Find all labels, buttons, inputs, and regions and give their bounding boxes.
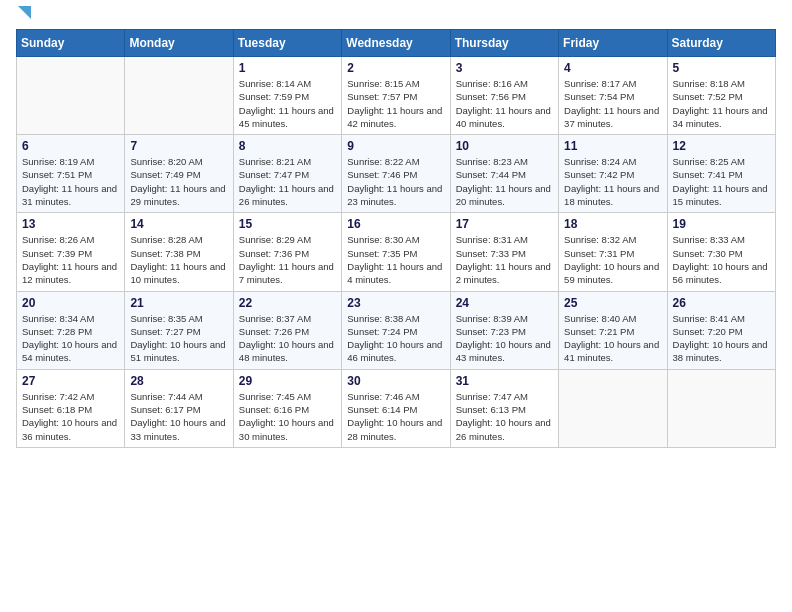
day-number: 11 [564,139,661,153]
day-info: Sunrise: 8:20 AM Sunset: 7:49 PM Dayligh… [130,155,227,208]
calendar-cell: 7Sunrise: 8:20 AM Sunset: 7:49 PM Daylig… [125,135,233,213]
day-info: Sunrise: 7:42 AM Sunset: 6:18 PM Dayligh… [22,390,119,443]
calendar-cell: 17Sunrise: 8:31 AM Sunset: 7:33 PM Dayli… [450,213,558,291]
day-number: 2 [347,61,444,75]
day-info: Sunrise: 8:41 AM Sunset: 7:20 PM Dayligh… [673,312,770,365]
day-info: Sunrise: 8:23 AM Sunset: 7:44 PM Dayligh… [456,155,553,208]
calendar-cell: 18Sunrise: 8:32 AM Sunset: 7:31 PM Dayli… [559,213,667,291]
day-number: 13 [22,217,119,231]
day-info: Sunrise: 8:14 AM Sunset: 7:59 PM Dayligh… [239,77,336,130]
day-number: 5 [673,61,770,75]
day-number: 27 [22,374,119,388]
calendar-cell: 22Sunrise: 8:37 AM Sunset: 7:26 PM Dayli… [233,291,341,369]
day-info: Sunrise: 8:33 AM Sunset: 7:30 PM Dayligh… [673,233,770,286]
calendar-cell: 26Sunrise: 8:41 AM Sunset: 7:20 PM Dayli… [667,291,775,369]
weekday-header-monday: Monday [125,30,233,57]
day-number: 23 [347,296,444,310]
day-info: Sunrise: 8:17 AM Sunset: 7:54 PM Dayligh… [564,77,661,130]
day-number: 3 [456,61,553,75]
day-info: Sunrise: 8:39 AM Sunset: 7:23 PM Dayligh… [456,312,553,365]
calendar-cell: 30Sunrise: 7:46 AM Sunset: 6:14 PM Dayli… [342,369,450,447]
day-number: 15 [239,217,336,231]
calendar-cell: 23Sunrise: 8:38 AM Sunset: 7:24 PM Dayli… [342,291,450,369]
day-number: 22 [239,296,336,310]
day-number: 6 [22,139,119,153]
calendar-cell: 28Sunrise: 7:44 AM Sunset: 6:17 PM Dayli… [125,369,233,447]
day-info: Sunrise: 8:37 AM Sunset: 7:26 PM Dayligh… [239,312,336,365]
calendar-cell: 1Sunrise: 8:14 AM Sunset: 7:59 PM Daylig… [233,57,341,135]
calendar-cell: 14Sunrise: 8:28 AM Sunset: 7:38 PM Dayli… [125,213,233,291]
weekday-header-friday: Friday [559,30,667,57]
logo [16,16,31,19]
calendar-cell [125,57,233,135]
calendar-cell: 4Sunrise: 8:17 AM Sunset: 7:54 PM Daylig… [559,57,667,135]
weekday-header-saturday: Saturday [667,30,775,57]
day-info: Sunrise: 8:34 AM Sunset: 7:28 PM Dayligh… [22,312,119,365]
weekday-header-sunday: Sunday [17,30,125,57]
calendar-table: SundayMondayTuesdayWednesdayThursdayFrid… [16,29,776,448]
day-number: 31 [456,374,553,388]
calendar-cell: 11Sunrise: 8:24 AM Sunset: 7:42 PM Dayli… [559,135,667,213]
calendar-cell: 29Sunrise: 7:45 AM Sunset: 6:16 PM Dayli… [233,369,341,447]
calendar-cell: 31Sunrise: 7:47 AM Sunset: 6:13 PM Dayli… [450,369,558,447]
day-number: 28 [130,374,227,388]
day-number: 4 [564,61,661,75]
day-number: 17 [456,217,553,231]
day-number: 24 [456,296,553,310]
calendar-cell: 10Sunrise: 8:23 AM Sunset: 7:44 PM Dayli… [450,135,558,213]
day-number: 19 [673,217,770,231]
day-info: Sunrise: 8:32 AM Sunset: 7:31 PM Dayligh… [564,233,661,286]
calendar-cell: 16Sunrise: 8:30 AM Sunset: 7:35 PM Dayli… [342,213,450,291]
day-info: Sunrise: 7:47 AM Sunset: 6:13 PM Dayligh… [456,390,553,443]
calendar-cell: 12Sunrise: 8:25 AM Sunset: 7:41 PM Dayli… [667,135,775,213]
day-number: 26 [673,296,770,310]
day-info: Sunrise: 7:45 AM Sunset: 6:16 PM Dayligh… [239,390,336,443]
calendar-cell: 6Sunrise: 8:19 AM Sunset: 7:51 PM Daylig… [17,135,125,213]
day-info: Sunrise: 8:16 AM Sunset: 7:56 PM Dayligh… [456,77,553,130]
day-info: Sunrise: 8:24 AM Sunset: 7:42 PM Dayligh… [564,155,661,208]
weekday-header-wednesday: Wednesday [342,30,450,57]
day-info: Sunrise: 8:25 AM Sunset: 7:41 PM Dayligh… [673,155,770,208]
calendar-cell: 27Sunrise: 7:42 AM Sunset: 6:18 PM Dayli… [17,369,125,447]
calendar-cell: 3Sunrise: 8:16 AM Sunset: 7:56 PM Daylig… [450,57,558,135]
day-number: 7 [130,139,227,153]
day-number: 1 [239,61,336,75]
day-info: Sunrise: 8:35 AM Sunset: 7:27 PM Dayligh… [130,312,227,365]
day-info: Sunrise: 8:28 AM Sunset: 7:38 PM Dayligh… [130,233,227,286]
calendar-cell: 8Sunrise: 8:21 AM Sunset: 7:47 PM Daylig… [233,135,341,213]
day-info: Sunrise: 8:21 AM Sunset: 7:47 PM Dayligh… [239,155,336,208]
day-number: 9 [347,139,444,153]
day-info: Sunrise: 8:40 AM Sunset: 7:21 PM Dayligh… [564,312,661,365]
calendar-cell [667,369,775,447]
calendar-cell: 25Sunrise: 8:40 AM Sunset: 7:21 PM Dayli… [559,291,667,369]
day-info: Sunrise: 8:30 AM Sunset: 7:35 PM Dayligh… [347,233,444,286]
day-info: Sunrise: 7:46 AM Sunset: 6:14 PM Dayligh… [347,390,444,443]
calendar-cell: 19Sunrise: 8:33 AM Sunset: 7:30 PM Dayli… [667,213,775,291]
day-number: 16 [347,217,444,231]
calendar-cell: 15Sunrise: 8:29 AM Sunset: 7:36 PM Dayli… [233,213,341,291]
day-info: Sunrise: 8:29 AM Sunset: 7:36 PM Dayligh… [239,233,336,286]
day-info: Sunrise: 8:22 AM Sunset: 7:46 PM Dayligh… [347,155,444,208]
day-number: 18 [564,217,661,231]
calendar-cell: 21Sunrise: 8:35 AM Sunset: 7:27 PM Dayli… [125,291,233,369]
calendar-cell: 9Sunrise: 8:22 AM Sunset: 7:46 PM Daylig… [342,135,450,213]
weekday-header-thursday: Thursday [450,30,558,57]
day-number: 29 [239,374,336,388]
day-number: 20 [22,296,119,310]
day-info: Sunrise: 8:31 AM Sunset: 7:33 PM Dayligh… [456,233,553,286]
day-number: 30 [347,374,444,388]
calendar-cell [17,57,125,135]
day-number: 8 [239,139,336,153]
day-number: 25 [564,296,661,310]
day-number: 10 [456,139,553,153]
day-info: Sunrise: 7:44 AM Sunset: 6:17 PM Dayligh… [130,390,227,443]
logo-arrow-icon [18,6,31,19]
day-number: 21 [130,296,227,310]
day-info: Sunrise: 8:19 AM Sunset: 7:51 PM Dayligh… [22,155,119,208]
calendar-cell: 20Sunrise: 8:34 AM Sunset: 7:28 PM Dayli… [17,291,125,369]
weekday-header-tuesday: Tuesday [233,30,341,57]
day-info: Sunrise: 8:15 AM Sunset: 7:57 PM Dayligh… [347,77,444,130]
calendar-cell [559,369,667,447]
day-number: 12 [673,139,770,153]
calendar-cell: 24Sunrise: 8:39 AM Sunset: 7:23 PM Dayli… [450,291,558,369]
